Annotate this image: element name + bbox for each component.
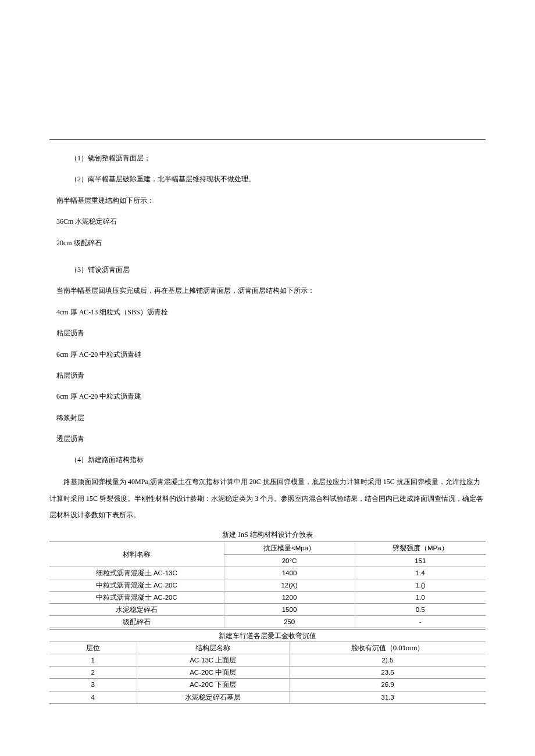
table2-header-row: 层位 结构层名称 脸收有沉值（0.01mm） <box>49 642 486 654</box>
cell-split: 0.5 <box>355 603 486 615</box>
line-11: 粘层沥青 <box>49 368 486 383</box>
table-row: 中粒式沥青混凝土 AC-20C 12(X) 1.() <box>49 579 486 591</box>
table-header-row: 材料名称 抗压模量<Mpa） 劈裂强度（MPa） <box>49 542 486 554</box>
cell-val: 31.3 <box>290 691 486 703</box>
table2-title-row: 新建车行道各层爱工金收弯沉值 <box>49 630 486 642</box>
table-row: 中粒式沥青混凝士 AC-20C 1200 1.0 <box>49 591 486 603</box>
cell-pos: 2 <box>49 667 137 679</box>
subcol-20c: 20°C <box>282 557 297 564</box>
material-params-table: 材料名称 抗压模量<Mpa） 劈裂强度（MPa） 20°C 151 细粒式沥青混… <box>49 542 486 628</box>
line-10: 6cm 厚 AC-20 中粒式沥青硅 <box>49 347 486 362</box>
cell-modulus: 1400 <box>224 567 355 579</box>
line-8: 4cm 厚 AC-13 细粒式（SBS）沥青栓 <box>49 304 486 320</box>
line-7: 当南半幅基层回填压实完成后，再在基层上摊铺沥青面层，沥青面层结构如下所示： <box>49 283 486 298</box>
top-rule <box>49 139 486 140</box>
table-row: 4 水泥稳定碎石基层 31.3 <box>49 691 486 703</box>
deflection-table: 新建车行道各层爱工金收弯沉值 层位 结构层名称 脸收有沉值（0.01mm） 1 … <box>49 629 486 704</box>
col-material: 材料名称 <box>123 551 151 558</box>
cell-layer: 水泥稳定碎石基层 <box>137 691 290 703</box>
line-6: （3）铺设沥青面层 <box>49 262 486 277</box>
cell-modulus: 1200 <box>224 591 355 603</box>
cell-val: 23.5 <box>290 667 486 679</box>
table-row: 级配碎石 250 - <box>49 616 486 628</box>
cell-pos: 4 <box>49 691 137 703</box>
col-pos: 层位 <box>86 644 100 651</box>
cell-val: 2).5 <box>290 654 486 667</box>
cell-name: 中粒式沥青混凝士 AC-20C <box>49 591 224 603</box>
table1-title: 新建 JnS 结构材料设计介敦表 <box>49 529 486 540</box>
line-13: 稀浆封层 <box>49 410 486 425</box>
line-4: 36Cm 水泥稳定碎石 <box>49 214 486 229</box>
cell-val: 26.9 <box>290 679 486 691</box>
cell-name: 细粒式沥青混凝土 AC-13C <box>49 567 224 579</box>
cell-modulus: 1500 <box>224 603 355 615</box>
line-12: 6cm 厚 AC-20 中粒式沥青建 <box>49 389 486 404</box>
cell-pos: 1 <box>49 654 137 667</box>
subcol-151: 151 <box>415 557 426 564</box>
paragraph-indicators: 路基顶面回弹模量为 40MPa,沥青混凝土在弯沉指标计算中用 20C 抗压回弹模… <box>49 474 486 524</box>
cell-layer: AC-20C 中面层 <box>137 667 290 679</box>
table-row: 水泥稳定碎石 1500 0.5 <box>49 603 486 615</box>
table-row: 2 AC-20C 中面层 23.5 <box>49 667 486 679</box>
cell-name: 级配碎石 <box>49 616 224 628</box>
table2-title: 新建车行道各层爱工金收弯沉值 <box>219 632 316 639</box>
cell-layer: AC-20C 下面层 <box>137 679 290 691</box>
col-split: 劈裂强度（MPa） <box>393 544 448 551</box>
cell-split: 1.() <box>355 579 486 591</box>
line-5: 20cm 级配碎石 <box>49 235 486 250</box>
cell-split: 1.0 <box>355 591 486 603</box>
cell-modulus: 250 <box>224 616 355 628</box>
line-15: （4）新建路面结构指标 <box>49 452 486 467</box>
line-1: （1）铣刨整幅沥青面层； <box>49 151 486 166</box>
cell-split: 1.4 <box>355 567 486 579</box>
cell-pos: 3 <box>49 679 137 691</box>
line-3: 南半幅基层重建结构如下所示： <box>49 193 486 208</box>
col-val: 脸收有沉值（0.01mm） <box>351 644 425 651</box>
cell-name: 水泥稳定碎石 <box>49 603 224 615</box>
table-row: 3 AC-20C 下面层 26.9 <box>49 679 486 691</box>
table-row: 1 AC-13C 上面层 2).5 <box>49 654 486 667</box>
table-row: 细粒式沥青混凝土 AC-13C 1400 1.4 <box>49 567 486 579</box>
col-modulus: 抗压模量<Mpa） <box>263 544 315 551</box>
line-14: 透层沥青 <box>49 431 486 446</box>
cell-split: - <box>355 616 486 628</box>
cell-name: 中粒式沥青混凝土 AC-20C <box>49 579 224 591</box>
line-2: （2）南半幅基层破除重建，北半幅基层维持现状不做处理。 <box>49 171 486 187</box>
cell-modulus: 12(X) <box>224 579 355 591</box>
col-layer: 结构层名称 <box>195 644 230 651</box>
cell-layer: AC-13C 上面层 <box>137 654 290 667</box>
line-9: 粘层沥青 <box>49 325 486 341</box>
